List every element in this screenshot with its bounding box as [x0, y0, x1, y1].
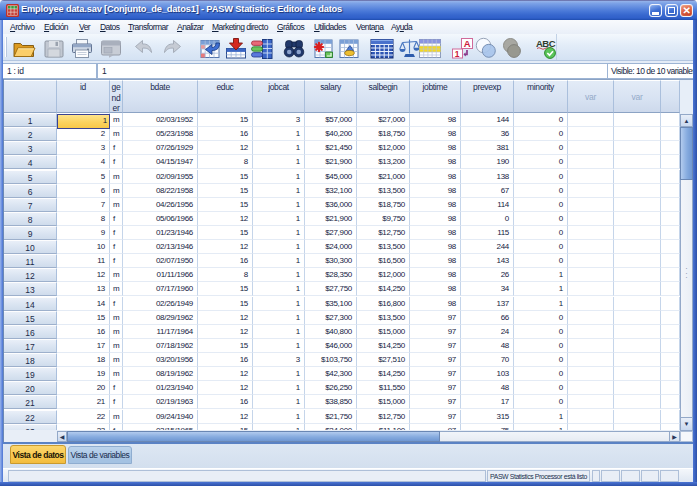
svg-text:ABC: ABC: [536, 38, 556, 49]
svg-text:A: A: [464, 38, 471, 49]
svg-text:1: 1: [455, 49, 460, 59]
